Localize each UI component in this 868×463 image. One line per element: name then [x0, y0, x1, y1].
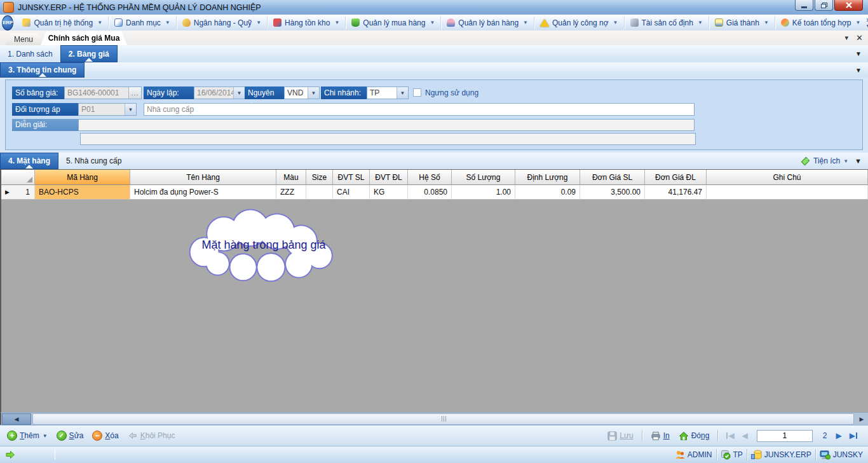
restore-record-button[interactable]: Khôi Phục [123, 431, 180, 440]
previous-page-button[interactable]: ◀ [738, 431, 752, 440]
column-header-dvt-sl[interactable]: ĐVT SL [333, 170, 370, 185]
chevron-down-icon: ▼ [764, 20, 769, 25]
delete-button[interactable]: − Xóa [88, 431, 123, 441]
first-page-button[interactable]: ◀ [722, 431, 738, 440]
apply-object-name-field[interactable]: Nhà cung cấp [144, 103, 695, 116]
chevron-down-icon[interactable]: ▼ [233, 87, 245, 99]
save-button[interactable]: Lưu [603, 431, 637, 441]
back-arrow-icon [128, 431, 138, 440]
monitor-icon [820, 450, 831, 460]
cell-don-gia-sl[interactable]: 3,500.00 [580, 185, 645, 200]
print-button[interactable]: In [646, 431, 674, 441]
divider [717, 430, 718, 441]
minus-icon: − [92, 431, 102, 441]
menu-gia-thanh[interactable]: Giá thành▼ [709, 17, 775, 29]
erp-logo-button[interactable]: ERP [2, 15, 13, 31]
discontinued-label: Ngưng sử dụng [425, 88, 478, 97]
column-header-size[interactable]: Size [306, 170, 333, 185]
menu-ngan-hang-quy[interactable]: Ngân hàng - Quỹ▼ [177, 17, 268, 29]
column-header-mau[interactable]: Màu [276, 170, 306, 185]
chevron-down-icon: ▼ [334, 20, 339, 25]
scrollbar-thumb[interactable] [32, 413, 854, 425]
column-header-dinh-luong[interactable]: Định Lượng [515, 170, 580, 185]
window-title: JUNSKY.ERP - HỆ THỐNG PHẦN MỀM QUẢN LÝ D… [18, 3, 261, 12]
column-header-ten-hang[interactable]: Tên Hàng [130, 170, 276, 185]
cell-dinh-luong[interactable]: 0.09 [515, 185, 580, 200]
column-header-don-gia-sl[interactable]: Đơn Giá SL [580, 170, 645, 185]
close-button[interactable] [834, 0, 863, 11]
discontinued-checkbox[interactable] [413, 88, 421, 97]
chevron-down-icon[interactable]: ▼ [308, 87, 319, 99]
chevron-down-icon[interactable]: ▼ [125, 104, 136, 115]
price-list-no-field[interactable]: BG1406-00001 ... [64, 86, 142, 99]
detailtab-nha-cung-cap[interactable]: 5. Nhà cung cấp [58, 153, 129, 169]
cell-so-luong[interactable]: 1.00 [452, 185, 515, 200]
close-form-button[interactable]: Đóng [674, 431, 714, 441]
page-number-input[interactable] [757, 430, 813, 442]
edit-button[interactable]: ✓ Sửa [52, 431, 88, 441]
detail-dropdown-button[interactable]: ▼ [855, 153, 868, 169]
row-pointer-icon: ▶ [5, 185, 10, 200]
database-icon [751, 450, 762, 460]
scroll-right-button[interactable]: ▶ [855, 413, 868, 425]
cell-dvt-dl[interactable]: KG [370, 185, 408, 200]
money-icon [182, 18, 191, 27]
menu-ke-toan-tong-hop[interactable]: Kế toán tổng hợp▼ [775, 17, 867, 29]
cell-ghi-chu[interactable] [707, 185, 868, 200]
divider [815, 449, 816, 460]
date-field[interactable]: 16/06/2014 ▼ [194, 86, 245, 99]
cell-size[interactable] [306, 185, 333, 200]
description-field-2[interactable] [80, 133, 696, 145]
select-all-cell[interactable] [1, 170, 35, 185]
column-header-don-gia-dl[interactable]: Đơn Giá ĐL [645, 170, 707, 185]
menu-tai-san-co-dinh[interactable]: Tài sản cố định▼ [625, 17, 709, 29]
menu-hang-ton-kho[interactable]: Hàng tồn kho▼ [268, 17, 346, 29]
branch-field[interactable]: TP ▼ [367, 86, 409, 99]
menu-danh-muc[interactable]: Danh mục▼ [109, 17, 177, 29]
scroll-left-button[interactable]: ◀ [2, 413, 31, 425]
column-header-ghi-chu[interactable]: Ghi Chú [707, 170, 868, 185]
minimize-button[interactable] [795, 0, 813, 11]
cell-mau[interactable]: ZZZ [276, 185, 306, 200]
column-header-he-so[interactable]: Hệ Số [408, 170, 452, 185]
tab-menu[interactable]: Menu [5, 33, 42, 45]
next-page-button[interactable]: ▶ [832, 431, 846, 440]
apply-object-label: Đối tượng áp dụng: [12, 103, 78, 116]
app-icon [3, 2, 14, 13]
menu-quan-tri-he-thong[interactable]: Quản trị hệ thống▼ [17, 17, 109, 29]
subtab-dropdown-button[interactable]: ▼ [855, 50, 862, 57]
menu-quan-ly-mua-hang[interactable]: Quản lý mua hàng▼ [346, 17, 441, 29]
cell-he-so[interactable]: 0.0850 [408, 185, 452, 200]
tab-close-button[interactable]: ✕ [856, 33, 863, 43]
cell-don-gia-dl[interactable]: 41,176.47 [645, 185, 707, 200]
chevron-down-icon[interactable]: ▼ [397, 87, 408, 99]
add-button[interactable]: + Thêm ▼ [3, 431, 52, 441]
apply-object-field[interactable]: P01 ▼ [78, 103, 137, 116]
subtab-bang-gia[interactable]: 2. Bảng giá [60, 45, 118, 62]
row-indicator-cell: ▶ 1 [1, 185, 35, 200]
subtab2-dropdown-button[interactable]: ▼ [855, 67, 862, 74]
browse-button[interactable]: ... [128, 87, 141, 99]
next-page-number[interactable]: 2 [818, 431, 832, 440]
menu-quan-ly-cong-no[interactable]: Quản lý công nợ▼ [534, 17, 625, 29]
menu-quan-ly-ban-hang[interactable]: Quản lý bán hàng▼ [441, 17, 534, 29]
tab-chinh-sach-gia-mua[interactable]: Chính sách giá Mua [41, 31, 127, 45]
restore-button[interactable] [815, 0, 833, 11]
detailtab-mat-hang[interactable]: 4. Mặt hàng [0, 153, 58, 169]
column-header-ma-hang[interactable]: Mã Hàng [35, 170, 130, 185]
cell-ma-hang[interactable]: BAO-HCPS [35, 185, 130, 200]
column-header-so-luong[interactable]: Số Lượng [452, 170, 515, 185]
subtab-danh-sach[interactable]: 1. Danh sách [0, 45, 60, 62]
tab-list-dropdown-button[interactable]: ▾ [845, 34, 849, 42]
cell-ten-hang[interactable]: Holcim đa dụng Power-S [130, 185, 276, 200]
items-grid: Mã Hàng Tên Hàng Màu Size ĐVT SL ĐVT ĐL … [0, 169, 868, 412]
column-header-dvt-dl[interactable]: ĐVT ĐL [370, 170, 408, 185]
currency-field[interactable]: VND ▼ [284, 86, 320, 99]
table-row[interactable]: ▶ 1 BAO-HCPS Holcim đa dụng Power-S ZZZ … [1, 185, 868, 200]
cell-dvt-sl[interactable]: CAI [333, 185, 370, 200]
horizontal-scrollbar[interactable]: ◀ ▶ [0, 412, 868, 425]
subtab-thong-tin-chung[interactable]: 3. Thông tin chung [0, 62, 85, 78]
description-field-1[interactable] [78, 119, 695, 131]
utilities-button[interactable]: Tiện ích ▼ [801, 153, 855, 169]
last-page-button[interactable]: ▶ [846, 431, 862, 440]
